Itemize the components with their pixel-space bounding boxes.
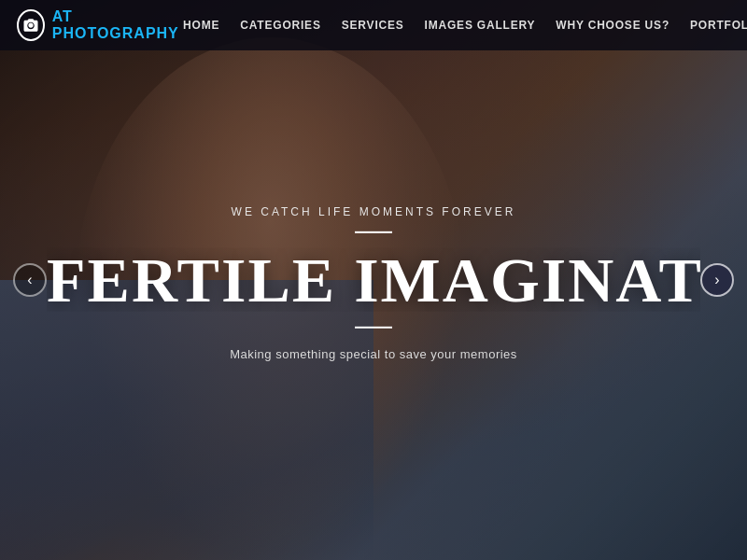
hero-divider-top (355, 231, 392, 233)
nav-item-portfolio[interactable]: PORTFOLIO (690, 19, 747, 32)
hero-content: WE CATCH LIFE MOMENTS FOREVER FERTILE IM… (47, 205, 700, 361)
logo-prefix: AT (52, 8, 73, 24)
logo-text: AT PHOTOGRAPHY (52, 8, 183, 42)
slider-prev-button[interactable]: ‹ (13, 263, 47, 297)
hero-tagline: WE CATCH LIFE MOMENTS FOREVER (47, 205, 700, 218)
nav-item-why-choose-us[interactable]: WHY CHOOSE US? (556, 19, 669, 32)
camera-icon (17, 9, 45, 41)
hero-divider-bottom (355, 327, 392, 329)
camera-svg (22, 17, 39, 34)
logo-name: PHOTOGRAPHY (52, 25, 179, 41)
nav-item-categories[interactable]: CATEGORIES (240, 19, 320, 32)
nav-item-services[interactable]: SERVICES (342, 19, 404, 32)
main-nav: HOME CATEGORIES SERVICES IMAGES GALLERY … (183, 15, 747, 35)
hero-section: AT PHOTOGRAPHY HOME CATEGORIES SERVICES … (0, 0, 747, 560)
site-header: AT PHOTOGRAPHY HOME CATEGORIES SERVICES … (0, 0, 747, 50)
slider-next-button[interactable]: › (700, 263, 734, 297)
hero-title: FERTILE IMAGINATIO (47, 248, 700, 312)
site-logo[interactable]: AT PHOTOGRAPHY (17, 8, 183, 42)
hero-subtitle: Making something special to save your me… (47, 347, 700, 361)
nav-item-images-gallery[interactable]: IMAGES GALLERY (425, 19, 536, 32)
nav-item-home[interactable]: HOME (183, 19, 219, 32)
